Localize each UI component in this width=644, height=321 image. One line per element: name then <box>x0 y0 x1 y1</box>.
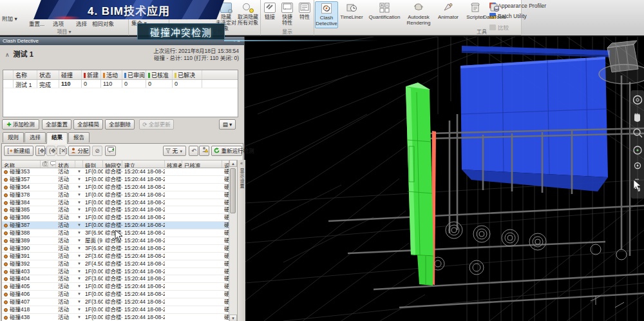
status-dropdown[interactable]: ▼ <box>75 191 83 199</box>
col-approved[interactable]: 已核准 <box>146 70 173 79</box>
tab-results[interactable]: 结果 <box>46 132 68 144</box>
result-row[interactable]: 碰撞391 活动 ▼ 2F(3.600.. 综合楼-... 15:20:44 1… <box>2 253 229 260</box>
status-dropdown[interactable]: ▼ <box>75 184 83 191</box>
status-dropdown[interactable]: ▼ <box>75 283 83 290</box>
col-status[interactable]: 状态 <box>37 70 59 79</box>
add-comment-button[interactable] <box>105 146 116 156</box>
quantification-button[interactable]: Quantification <box>366 1 403 28</box>
col-active[interactable]: 活动 <box>101 70 122 79</box>
expand-pane-icon[interactable]: « <box>238 161 245 166</box>
result-row[interactable]: 碰撞386 活动 ▼ 1F(0.000.. 综合楼-... 15:20:44 1… <box>2 214 229 222</box>
tab-select[interactable]: 选择 <box>24 132 46 142</box>
result-row[interactable]: 碰撞357 活动 ▼ 1F(0.000) 综合楼-... 15:20:44 18… <box>2 176 229 184</box>
delete-all-button[interactable]: 全部删除 <box>105 119 135 130</box>
status-dropdown[interactable]: ▼ <box>75 306 83 313</box>
test-row[interactable]: 测试 1 完成 110 0 110 0 0 0 <box>3 80 238 88</box>
datatools-button[interactable]: DataTools <box>477 1 513 28</box>
scroll-thumb[interactable] <box>230 168 236 213</box>
report-export-button[interactable]: ▤ ▾ <box>219 119 236 130</box>
result-row[interactable]: 碰撞353 活动 ▼ 1F(0.000.. 综合楼-... 15:20:44 1… <box>2 168 229 176</box>
status-dropdown[interactable]: ▼ <box>75 291 83 298</box>
col-reviewed[interactable]: 已审阅 <box>122 70 146 79</box>
status-dropdown[interactable]: ▼ <box>75 199 83 206</box>
status-dropdown[interactable]: ▼ <box>75 214 83 221</box>
result-row[interactable]: 碰撞404 活动 ▼ 2F(3.600.. 综合楼-... 15:20:44 1… <box>2 275 229 283</box>
tab-rules[interactable]: 规则 <box>3 132 24 142</box>
col-clashes[interactable]: 碰撞 <box>59 70 82 79</box>
camera-column-icon[interactable] <box>41 160 48 168</box>
undo-button[interactable]: ↶ <box>189 146 198 156</box>
status-dropdown[interactable]: ▼ <box>75 245 83 252</box>
result-row[interactable]: 碰撞387 活动 ▼ 1F(0.000.. 综合楼-... 15:20:44 1… <box>2 222 229 229</box>
status-dropdown[interactable]: ▼ <box>75 168 83 175</box>
result-row[interactable]: 碰撞438 活动 ▼ 1F(0.000.. 综合楼-... 15:20:44 1… <box>2 314 229 321</box>
rerun-test-button[interactable]: 重新运行检测 <box>211 146 242 156</box>
result-row[interactable]: 碰撞364 活动 ▼ 1F(0.000.. 综合楼-... 15:20:44 1… <box>2 184 229 191</box>
quick-properties-button[interactable]: 快捷 特性 <box>279 1 296 28</box>
result-row[interactable]: 碰撞405 活动 ▼ 1F(0.000.. 综合楼-... 15:20:44 1… <box>2 283 229 291</box>
timeliner-button[interactable]: TimeLiner <box>338 1 365 28</box>
filter-dropdown[interactable]: 无 ▼ <box>163 146 186 156</box>
result-row[interactable]: 碰撞378 活动 ▼ 1F(0.000) 综合楼-... 15:20:44 18… <box>2 191 229 199</box>
comment-column-icon[interactable] <box>48 160 56 168</box>
project-group-label[interactable]: 项目 ▾ <box>0 28 128 35</box>
tab-report[interactable]: 报告 <box>68 132 90 142</box>
result-row[interactable]: 碰撞385 活动 ▼ 1F(0.000.. 综合楼-... 15:20:44 1… <box>2 206 229 214</box>
result-row[interactable]: 碰撞406 活动 ▼ 1F(0.000.. 综合楼-... 15:20:44 1… <box>2 291 229 298</box>
result-row[interactable]: 碰撞407 活动 ▼ 2F(3.600.. 综合楼-... 15:20:44 1… <box>2 298 229 306</box>
status-dropdown[interactable]: ▼ <box>75 275 83 282</box>
display-settings-collapsed-pane[interactable]: « 显示设置 <box>237 160 245 321</box>
new-group-button[interactable]: [✦新建组 <box>4 146 33 156</box>
rcol-grid[interactable]: 轴网交点 <box>103 160 122 168</box>
status-dropdown[interactable]: ▼ <box>75 260 83 268</box>
status-dropdown[interactable]: ▼ <box>75 237 83 244</box>
assign-button[interactable]: 分配 <box>68 146 90 156</box>
col-name[interactable]: 名称 <box>14 70 37 79</box>
status-dropdown[interactable]: ▼ <box>75 314 83 321</box>
col-resolved[interactable]: 已解决 <box>173 70 202 79</box>
rcol-name[interactable]: 名称 <box>2 160 41 168</box>
result-row[interactable]: 碰撞392 活动 ▼ 2F(4.500.. 综合楼-... 15:20:44 1… <box>2 260 229 268</box>
links-button[interactable]: 链接 <box>261 1 278 28</box>
collapse-icon[interactable]: ∧ <box>5 52 10 58</box>
viewport-3d[interactable] <box>245 37 644 321</box>
result-row[interactable]: 碰撞390 活动 ▼ 3F(6.900.. 综合楼-... 15:20:44 1… <box>2 245 229 253</box>
rcol-level[interactable]: 级别 <box>83 160 103 168</box>
row-created: 15:20:44 18-08-2021 <box>122 275 165 282</box>
reset-button[interactable]: 重置... <box>29 19 44 27</box>
properties-button[interactable]: 特性 <box>296 1 313 28</box>
status-dropdown[interactable]: ▼ <box>75 298 83 306</box>
rcol-status[interactable]: 状态 <box>56 160 75 168</box>
result-row[interactable]: 碰撞384 活动 ▼ 1F(0.000.. 综合楼-... 15:20:44 1… <box>2 199 229 207</box>
result-row[interactable]: 碰撞403 活动 ▼ 1F(0.000.. 综合楼-... 15:20:44 1… <box>2 268 229 276</box>
rcol-approver[interactable]: 核准者 <box>165 160 182 168</box>
attach-button[interactable]: 附加 ▾ <box>2 14 17 22</box>
test-section-header[interactable]: ∧测试 1 <box>5 48 33 59</box>
result-row[interactable]: 碰撞418 活动 ▼ 1F(0.000) 综合楼-... 15:20:44 18… <box>2 306 229 314</box>
status-dropdown[interactable]: ▼ <box>75 206 83 213</box>
rcol-description[interactable]: 说.. <box>222 160 229 168</box>
status-dropdown[interactable]: ▼ <box>75 176 83 183</box>
status-dropdown[interactable]: ▼ <box>75 268 83 275</box>
group-selection-button[interactable]: [✥] <box>35 146 45 156</box>
status-dropdown[interactable]: ▼ <box>75 222 83 229</box>
animator-button[interactable]: Animator <box>434 1 462 28</box>
reset-all-button[interactable]: 全部重置 <box>42 119 71 130</box>
add-test-button[interactable]: ✚ 添加检测 <box>2 119 39 130</box>
options-button[interactable]: 选项 <box>53 19 64 27</box>
assign-warning-button[interactable] <box>199 146 209 156</box>
clash-detective-button[interactable]: Clash Detective <box>315 1 338 28</box>
status-dropdown[interactable]: ▼ <box>75 253 83 260</box>
status-dropdown[interactable]: ▼ <box>75 229 83 237</box>
unhide-all-button[interactable]: 取消隐藏 所有对象 <box>236 1 260 28</box>
autodesk-rendering-button[interactable]: Autodesk Rendering <box>404 1 433 28</box>
results-scrollbar[interactable]: ▲ ▼ <box>229 160 236 321</box>
select-button[interactable]: 选择 <box>76 19 87 27</box>
scroll-down-arrow[interactable]: ▼ <box>229 315 237 321</box>
col-new[interactable]: 新建 <box>82 70 101 79</box>
rcol-approved[interactable]: 已核准 <box>182 160 222 168</box>
rcol-created[interactable]: 建立 <box>122 160 165 168</box>
compact-all-button[interactable]: 全部精简 <box>73 119 103 130</box>
same-object-button[interactable]: 相同对象 <box>92 19 114 27</box>
scroll-up-arrow[interactable]: ▲ <box>229 160 237 167</box>
